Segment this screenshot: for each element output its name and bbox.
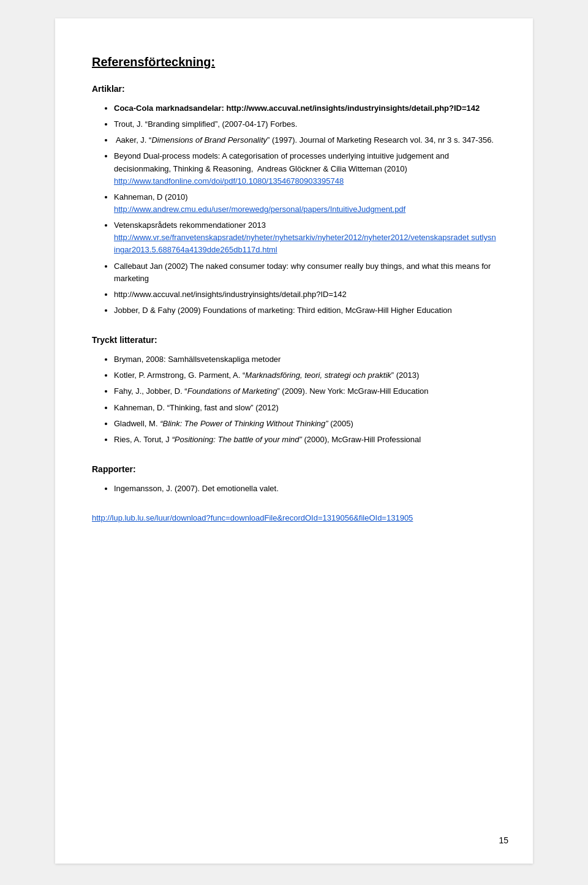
list-item: Trout, J. “Branding simplified”, (2007-0… xyxy=(114,118,496,130)
artiklar-list: Coca-Cola marknadsandelar: http://www.ac… xyxy=(92,102,496,317)
list-item: Callebaut Jan (2002) The naked consumer … xyxy=(114,260,496,285)
list-item: Jobber, D & Fahy (2009) Foundations of m… xyxy=(114,304,496,317)
page-number: 15 xyxy=(499,835,508,845)
tryckt-list: Bryman, 2008: Samhällsvetenskapliga meto… xyxy=(92,353,496,446)
list-item: Kahneman, D. “Thinking, fast and slow” (… xyxy=(114,402,496,414)
page-title: Referensförteckning: xyxy=(92,55,496,69)
list-item: Aaker, J. “Dimensions of Brand Personali… xyxy=(114,134,496,146)
lup-link[interactable]: http://lup.lub.lu.se/luur/download?func=… xyxy=(92,513,496,522)
section-heading-tryckt: Tryckt litteratur: xyxy=(92,335,496,345)
section-heading-artiklar: Artiklar: xyxy=(92,84,496,94)
list-item: Fahy, J., Jobber, D. “Foundations of Mar… xyxy=(114,385,496,397)
list-item: Gladwell, M. “Blink: The Power of Thinki… xyxy=(114,418,496,430)
list-item: Ingemansson, J. (2007). Det emotionella … xyxy=(114,483,496,495)
list-item: Kahneman, D (2010) http://www.andrew.cmu… xyxy=(114,191,496,216)
section-rapporter: Rapporter: Ingemansson, J. (2007). Det e… xyxy=(92,464,496,522)
cmu-link[interactable]: http://www.andrew.cmu.edu/user/morewedg/… xyxy=(114,205,405,214)
list-item: Ries, A. Torut, J “Positioning: The batt… xyxy=(114,434,496,446)
rapporter-list: Ingemansson, J. (2007). Det emotionella … xyxy=(92,483,496,495)
tandfonline-link[interactable]: http://www.tandfonline.com/doi/pdf/10.10… xyxy=(114,176,344,186)
list-item: Coca-Cola marknadsandelar: http://www.ac… xyxy=(114,102,496,115)
coca-cola-ref: Coca-Cola marknadsandelar: http://www.ac… xyxy=(114,104,480,113)
list-item: http://www.accuval.net/insights/industry… xyxy=(114,288,496,301)
list-item: Bryman, 2008: Samhällsvetenskapliga meto… xyxy=(114,353,496,366)
vr-link[interactable]: http://www.vr.se/franvetenskapsradet/nyh… xyxy=(114,233,496,254)
section-heading-rapporter: Rapporter: xyxy=(92,464,496,474)
section-tryckt: Tryckt litteratur: Bryman, 2008: Samhäll… xyxy=(92,335,496,446)
list-item: Kotler, P. Armstrong, G. Parment, A. “Ma… xyxy=(114,369,496,382)
list-item: Vetenskapsrådets rekommendationer 2013 h… xyxy=(114,219,496,256)
page: Referensförteckning: Artiklar: Coca-Cola… xyxy=(55,18,533,864)
section-artiklar: Artiklar: Coca-Cola marknadsandelar: htt… xyxy=(92,84,496,317)
list-item: Beyond Dual-process models: A categorisa… xyxy=(114,150,496,187)
